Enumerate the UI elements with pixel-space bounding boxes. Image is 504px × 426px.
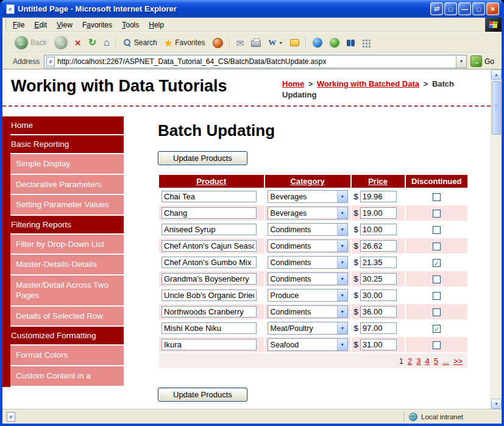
pager-link[interactable]: >>: [453, 357, 463, 366]
print-button[interactable]: [248, 37, 264, 48]
price-input[interactable]: [360, 224, 397, 235]
sidebar-item[interactable]: Custom Content in a: [10, 366, 124, 386]
product-name-input[interactable]: [161, 322, 257, 334]
dropdown-arrow-icon[interactable]: ▼: [337, 257, 347, 268]
category-dropdown[interactable]: Beverages▼: [268, 207, 348, 219]
update-products-button-bottom[interactable]: Update Products: [158, 388, 247, 402]
discontinued-checkbox[interactable]: [433, 210, 441, 218]
column-header[interactable]: Category: [265, 175, 350, 188]
sidebar-item[interactable]: Customized Formatting: [2, 327, 124, 344]
price-input[interactable]: [360, 322, 397, 334]
scroll-down-button[interactable]: ▼: [491, 399, 502, 409]
menu-item-edit[interactable]: Edit: [29, 18, 52, 32]
pager-link[interactable]: 2: [408, 357, 412, 366]
category-dropdown[interactable]: Condiments▼: [268, 256, 348, 269]
product-name-input[interactable]: [161, 207, 257, 219]
breadcrumb-parent-link[interactable]: Working with Batched Data: [317, 79, 419, 88]
price-input[interactable]: [360, 240, 397, 252]
back-button[interactable]: ← Back: [12, 35, 50, 51]
pager-link[interactable]: 5: [434, 357, 438, 366]
discontinued-checkbox[interactable]: [433, 193, 441, 201]
menu-item-tools[interactable]: Tools: [117, 18, 144, 32]
title-bar[interactable]: e Untitled Page - Microsoft Internet Exp…: [2, 0, 502, 18]
product-name-input[interactable]: [161, 224, 257, 235]
favorites-button[interactable]: ★ Favorites: [161, 37, 208, 49]
discontinued-checkbox[interactable]: [433, 308, 441, 316]
restore-pane-button[interactable]: □: [444, 2, 457, 15]
discontinued-checkbox[interactable]: [433, 275, 441, 283]
menu-item-view[interactable]: View: [52, 18, 77, 32]
stop-button[interactable]: ×: [72, 37, 84, 49]
product-name-input[interactable]: [161, 191, 257, 202]
pager-link[interactable]: 3: [416, 357, 421, 366]
price-input[interactable]: [360, 207, 397, 219]
menu-item-file[interactable]: File: [8, 18, 29, 32]
price-input[interactable]: [360, 273, 397, 285]
pager-link[interactable]: ...: [442, 357, 449, 366]
home-button[interactable]: ⌂: [101, 37, 113, 49]
minimize-button[interactable]: —: [458, 2, 471, 15]
sidebar-item[interactable]: Master-Details-Details: [10, 255, 124, 274]
sidebar-item[interactable]: Format Colors: [10, 346, 124, 365]
update-products-button-top[interactable]: Update Products: [158, 151, 247, 165]
column-header-label[interactable]: Category: [290, 177, 324, 186]
menu-item-favorites[interactable]: Favorites: [77, 18, 117, 32]
price-input[interactable]: [360, 191, 397, 202]
find-button[interactable]: [344, 38, 358, 48]
refresh-button[interactable]: ↻: [85, 37, 99, 49]
addons-button[interactable]: [359, 38, 373, 48]
category-dropdown[interactable]: Condiments▼: [268, 272, 348, 285]
product-name-input[interactable]: [161, 306, 257, 318]
mail-button[interactable]: ✉: [233, 37, 247, 49]
column-header[interactable]: Price: [352, 175, 405, 188]
discontinued-checkbox[interactable]: [433, 243, 441, 250]
product-name-input[interactable]: [161, 273, 257, 285]
price-input[interactable]: [360, 289, 397, 301]
product-name-input[interactable]: [161, 339, 257, 350]
category-dropdown[interactable]: Condiments▼: [268, 223, 348, 236]
category-dropdown[interactable]: Meat/Poultry▼: [268, 322, 348, 335]
menu-item-help[interactable]: Help: [144, 18, 169, 32]
address-dropdown-button[interactable]: ▼: [456, 55, 466, 68]
sidebar-item[interactable]: Master/Detail Across Two Pages: [10, 275, 124, 305]
dropdown-arrow-icon[interactable]: ▼: [337, 306, 347, 318]
category-dropdown[interactable]: Condiments▼: [268, 305, 348, 318]
sidebar-item[interactable]: Details of Selected Row: [10, 307, 124, 326]
discontinued-checkbox[interactable]: [433, 341, 441, 349]
address-input[interactable]: [55, 57, 456, 66]
sidebar-item[interactable]: Setting Parameter Values: [10, 195, 124, 215]
category-dropdown[interactable]: Beverages▼: [268, 190, 348, 203]
dropdown-arrow-icon[interactable]: ▼: [337, 224, 347, 235]
edit-with-word-button[interactable]: W ▼: [265, 37, 286, 49]
category-dropdown[interactable]: Seafood▼: [268, 338, 348, 351]
dropdown-arrow-icon[interactable]: ▼: [337, 289, 347, 301]
product-name-input[interactable]: [161, 289, 257, 301]
product-name-input[interactable]: [161, 257, 257, 268]
product-name-input[interactable]: [161, 240, 257, 252]
search-button[interactable]: Search: [120, 37, 160, 48]
discontinued-checkbox[interactable]: [433, 226, 441, 234]
discontinued-checkbox[interactable]: ✓: [433, 259, 441, 267]
messenger-button[interactable]: [310, 37, 325, 49]
research-button[interactable]: [327, 37, 343, 49]
scroll-up-button[interactable]: ▲: [491, 69, 502, 80]
column-header-label[interactable]: Price: [368, 177, 388, 186]
sidebar-item[interactable]: Basic Reporting: [2, 135, 124, 153]
price-input[interactable]: [360, 306, 397, 318]
sidebar-item[interactable]: Filter by Drop-Down List: [10, 235, 124, 254]
discontinued-checkbox[interactable]: [433, 292, 441, 300]
dropdown-arrow-icon[interactable]: ▼: [337, 339, 347, 350]
sidebar-item[interactable]: Home: [2, 116, 124, 134]
go-button[interactable]: → Go: [470, 55, 494, 67]
discontinued-checkbox[interactable]: ✓: [433, 325, 441, 333]
scrollbar-thumb[interactable]: [492, 81, 501, 135]
menu-drag-grip[interactable]: [4, 20, 6, 30]
dropdown-arrow-icon[interactable]: ▼: [337, 207, 347, 219]
dropdown-arrow-icon[interactable]: ▼: [337, 191, 347, 202]
close-button[interactable]: ×: [486, 2, 499, 15]
price-input[interactable]: [360, 339, 397, 350]
category-dropdown[interactable]: Condiments▼: [268, 240, 348, 252]
vertical-scrollbar[interactable]: ▲ ▼: [491, 69, 502, 409]
dropdown-arrow-icon[interactable]: ▼: [337, 273, 347, 285]
history-button[interactable]: [210, 37, 226, 49]
